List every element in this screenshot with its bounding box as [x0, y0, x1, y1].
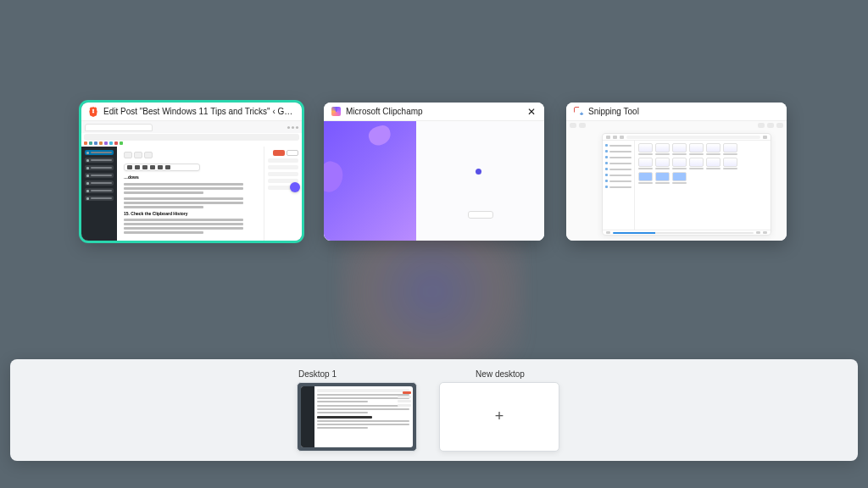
browser-tab: [85, 124, 153, 131]
desktop-thumbnail[interactable]: [297, 382, 417, 452]
browser-url-bar: [84, 134, 299, 141]
explorer-grid: [635, 141, 771, 230]
editor-top-toolbar: [124, 152, 257, 160]
clipchamp-panel: [416, 121, 544, 241]
task-window-snipping-tool[interactable]: Snipping Tool: [566, 103, 787, 241]
task-window-clipchamp[interactable]: Microsoft Clipchamp ✕: [324, 103, 544, 241]
loading-indicator: [476, 169, 481, 175]
explorer-header: [603, 134, 771, 141]
wordpress-main: …dows 15. Check the Clipboard History: [117, 147, 302, 241]
window-titlebar: Microsoft Clipchamp ✕: [324, 103, 544, 121]
block-toolbar: [124, 164, 200, 171]
new-desktop-button[interactable]: +: [439, 382, 559, 452]
window-title: Microsoft Clipchamp: [346, 107, 520, 116]
window-title: Edit Post "Best Windows 11 Tips and Tric…: [103, 107, 295, 116]
wordpress-sidebar: [81, 147, 117, 241]
desktop-label: New desktop: [476, 369, 525, 379]
window-titlebar: Edit Post "Best Windows 11 Tips and Tric…: [81, 103, 302, 121]
close-icon[interactable]: ✕: [526, 107, 537, 117]
snip-toolbar: [566, 121, 787, 130]
window-thumbnail: [324, 121, 544, 241]
window-titlebar: Snipping Tool: [566, 103, 787, 121]
window-thumbnail: [566, 121, 787, 241]
explorer-status-bar: [603, 230, 771, 235]
section-heading: …dows: [124, 175, 257, 181]
plus-icon: +: [495, 408, 504, 425]
desktop-label: Desktop 1: [298, 369, 337, 379]
clipchamp-preview: [324, 121, 416, 241]
wordpress-settings-panel: [264, 147, 302, 241]
brave-icon: [88, 107, 98, 117]
file-explorer: [602, 133, 771, 236]
desktop-current[interactable]: Desktop 1: [297, 369, 417, 452]
snipping-tool-icon: [573, 107, 583, 117]
browser-controls: [287, 126, 298, 129]
desktop-new[interactable]: New desktop +: [439, 369, 559, 452]
browser-tabstrip: [81, 121, 302, 133]
browser-bookmarks-bar: [81, 141, 302, 147]
wordpress-content: …dows 15. Check the Clipboard History: [117, 147, 264, 241]
virtual-desktops-strip: Desktop 1 New desktop +: [10, 359, 858, 461]
open-windows-row: Edit Post "Best Windows 11 Tips and Tric…: [81, 103, 787, 241]
window-title: Snipping Tool: [588, 107, 780, 116]
task-window-brave[interactable]: Edit Post "Best Windows 11 Tips and Tric…: [81, 103, 302, 241]
window-thumbnail: …dows 15. Check the Clipboard History: [81, 121, 302, 241]
section-heading: 15. Check the Clipboard History: [124, 211, 257, 218]
explorer-nav: [603, 141, 635, 230]
clipchamp-button: [468, 211, 493, 219]
clipchamp-icon: [331, 107, 341, 117]
mini-window-preview: [301, 386, 413, 447]
floating-action-badge: [290, 182, 300, 192]
wordpress-editor: …dows 15. Check the Clipboard History: [81, 147, 302, 241]
